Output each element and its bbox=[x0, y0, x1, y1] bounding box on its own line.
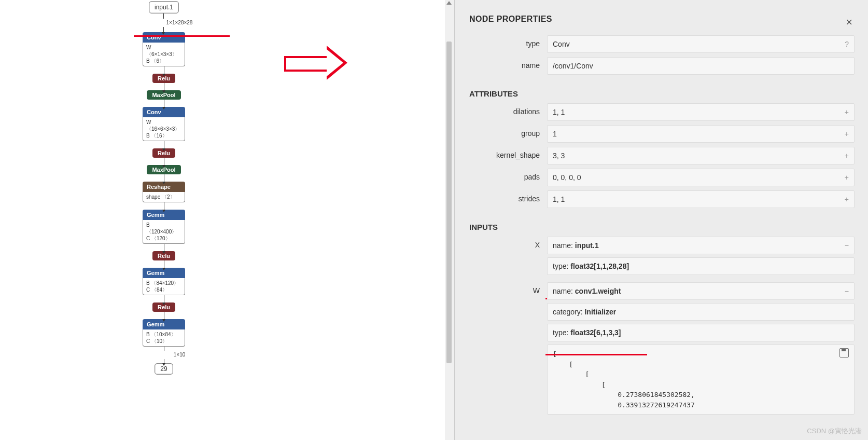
tensor-shape-label: 1×10 bbox=[174, 351, 186, 359]
node-params: W 〈16×6×3×3〉B 〈16〉 bbox=[143, 117, 185, 141]
input-w-label: W bbox=[469, 282, 547, 418]
attr-value-pads[interactable]: 0, 0, 0, 0+ bbox=[547, 169, 855, 186]
input-x-label: X bbox=[469, 237, 547, 278]
attr-label-group: group bbox=[469, 125, 547, 143]
properties-panel: NODE PROPERTIES × type Conv? name /conv1… bbox=[454, 0, 868, 440]
inputs-heading: INPUTS bbox=[469, 223, 855, 231]
node-params: B 〈84×120〉C 〈84〉 bbox=[143, 278, 185, 295]
node-gemm[interactable]: GemmB 〈120×400〉C 〈120〉 bbox=[143, 210, 185, 244]
name-value[interactable]: /conv1/Conv bbox=[547, 57, 855, 75]
annotation-underline-1 bbox=[134, 35, 230, 37]
tensor-shape-label: 1×1×28×28 bbox=[166, 19, 193, 27]
node-input[interactable]: input.1 bbox=[149, 1, 179, 13]
attr-label-strides: strides bbox=[469, 190, 547, 208]
type-value[interactable]: Conv? bbox=[547, 35, 855, 53]
name-label: name bbox=[469, 57, 547, 75]
attr-value-dilations[interactable]: 1, 1+ bbox=[547, 103, 855, 121]
attr-value-kernel_shape[interactable]: 3, 3+ bbox=[547, 147, 855, 164]
attr-label-kernel_shape: kernel_shape bbox=[469, 147, 547, 164]
scroll-thumb[interactable] bbox=[446, 42, 452, 363]
panel-title: NODE PROPERTIES bbox=[469, 15, 855, 24]
expand-icon[interactable]: + bbox=[845, 108, 849, 116]
node-params: W 〈6×1×3×3〉B 〈6〉 bbox=[143, 43, 185, 66]
save-icon[interactable] bbox=[839, 348, 849, 358]
collapse-icon[interactable]: − bbox=[845, 241, 849, 250]
expand-icon[interactable]: + bbox=[845, 130, 849, 138]
annotation-underline-3 bbox=[545, 354, 647, 355]
watermark-text: CSDN @寅恪光潜 bbox=[807, 427, 862, 436]
expand-icon[interactable]: + bbox=[845, 195, 849, 203]
graph-canvas[interactable]: input.1 1×1×28×28 ConvW 〈6×1×3×3〉B 〈6〉Re… bbox=[0, 0, 445, 440]
attributes-heading: ATTRIBUTES bbox=[469, 89, 855, 98]
node-params: B 〈120×400〉C 〈120〉 bbox=[143, 220, 185, 244]
attr-value-group[interactable]: 1+ bbox=[547, 125, 855, 143]
tensor-text: [ [ [ [ 0.2738061845302582, 0.3391327261… bbox=[553, 349, 849, 410]
help-icon[interactable]: ? bbox=[845, 40, 849, 48]
type-label: type bbox=[469, 35, 547, 53]
attr-value-strides[interactable]: 1, 1+ bbox=[547, 190, 855, 208]
node-conv[interactable]: ConvW 〈6×1×3×3〉B 〈6〉 bbox=[143, 32, 185, 66]
collapse-icon[interactable]: − bbox=[845, 287, 849, 295]
node-conv[interactable]: ConvW 〈16×6×3×3〉B 〈16〉 bbox=[143, 107, 185, 141]
input-w-type[interactable]: type: float32[6,1,3,3] bbox=[547, 324, 855, 341]
input-w-category[interactable]: category: Initializer bbox=[547, 303, 855, 321]
input-x-type[interactable]: type: float32[1,1,28,28] bbox=[547, 257, 855, 275]
vertical-scrollbar[interactable] bbox=[445, 0, 454, 440]
attr-label-dilations: dilations bbox=[469, 103, 547, 121]
node-gemm[interactable]: GemmB 〈10×84〉C 〈10〉 bbox=[143, 319, 185, 347]
expand-icon[interactable]: + bbox=[845, 152, 849, 160]
input-w-name[interactable]: name: conv1.weight− bbox=[547, 282, 855, 300]
attr-label-pads: pads bbox=[469, 169, 547, 186]
close-icon[interactable]: × bbox=[846, 16, 852, 29]
node-gemm[interactable]: GemmB 〈84×120〉C 〈84〉 bbox=[143, 268, 185, 295]
input-x-name[interactable]: name: input.1− bbox=[547, 237, 855, 254]
scroll-up-icon[interactable] bbox=[446, 1, 452, 5]
node-params: shape 〈2〉 bbox=[143, 192, 185, 202]
node-params: B 〈10×84〉C 〈10〉 bbox=[143, 329, 185, 347]
node-reshape[interactable]: Reshapeshape 〈2〉 bbox=[143, 182, 185, 202]
expand-icon[interactable]: + bbox=[845, 173, 849, 182]
